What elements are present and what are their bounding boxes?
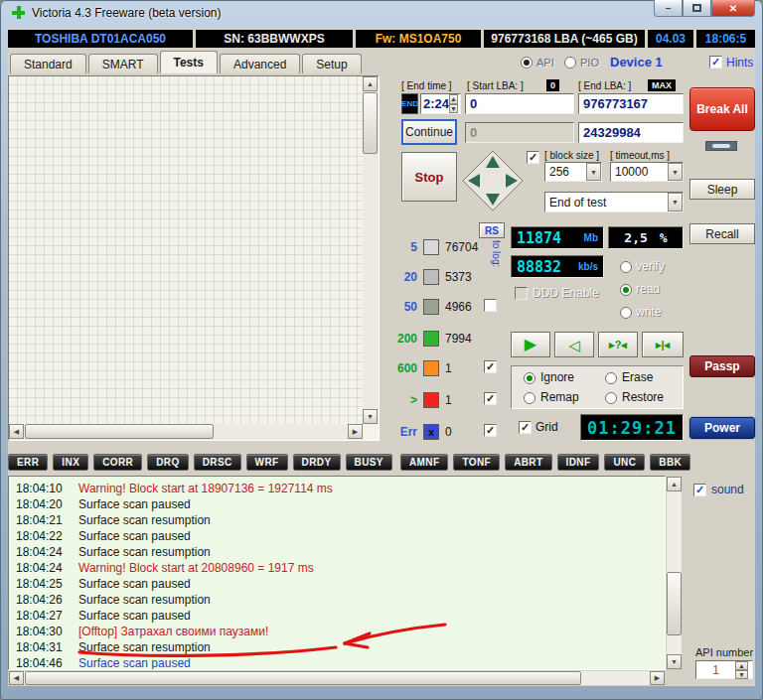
break-all-button[interactable]: Break All (689, 87, 755, 131)
minimize-button[interactable]: – (654, 0, 683, 17)
spin-buttons[interactable] (449, 94, 458, 113)
recall-button[interactable]: Recall (689, 223, 755, 244)
flag-corr: CORR (93, 454, 142, 471)
sound-checkbox[interactable] (693, 484, 706, 496)
bucket-label: 50 (395, 300, 417, 314)
minimize-icon: – (666, 3, 672, 14)
scroll-thumb[interactable] (667, 572, 682, 635)
timer-value: 01:29:21 (587, 418, 677, 438)
write-label: write (636, 305, 661, 319)
restore-radio[interactable] (605, 392, 617, 404)
scroll-left-button[interactable] (9, 671, 24, 685)
sleep-button[interactable]: Sleep (689, 179, 755, 200)
start-lba-input[interactable]: 0 (465, 93, 574, 114)
spin-buttons[interactable] (735, 661, 748, 678)
stop-button[interactable]: Stop (401, 152, 457, 202)
pad-checkbox[interactable] (527, 151, 539, 164)
block-size-select[interactable]: 256 (544, 162, 602, 182)
scan-horizontal-scrollbar[interactable] (9, 424, 363, 440)
power-button[interactable]: Power (689, 417, 755, 439)
to-log-checkbox-gt[interactable] (484, 392, 497, 405)
scroll-down-button[interactable] (667, 654, 682, 669)
bucket-label: 20 (395, 270, 417, 284)
scroll-thumb[interactable] (25, 424, 214, 439)
log-text: Warning! Block start at 18907136 = 19271… (78, 481, 333, 496)
log-horizontal-scrollbar[interactable] (8, 670, 666, 686)
hints-label: Hints (726, 56, 753, 70)
remap-radio[interactable] (524, 392, 535, 404)
restore-label: Restore (622, 390, 664, 404)
dropdown-arrow-icon[interactable] (586, 163, 601, 181)
continue-button[interactable]: Continue (401, 119, 457, 145)
seek-pad[interactable] (461, 149, 525, 212)
tab-smart[interactable]: SMART (88, 54, 158, 73)
scroll-right-button[interactable] (650, 671, 665, 685)
scroll-down-button[interactable] (363, 409, 378, 424)
maximize-button[interactable] (683, 0, 711, 17)
api-number-spinner[interactable]: 1 (695, 660, 753, 679)
scroll-up-button[interactable] (667, 477, 682, 491)
pio-radio[interactable] (564, 57, 576, 69)
jump-input[interactable]: 0 (465, 122, 574, 143)
bucket-count: 7994 (445, 332, 472, 346)
spin-up-icon[interactable] (735, 661, 748, 670)
ignore-radio[interactable] (524, 372, 535, 384)
tab-advanced[interactable]: Advanced (220, 54, 300, 73)
sound-label: sound (711, 483, 744, 496)
to-log-checkbox-50[interactable] (484, 299, 497, 312)
api-radio[interactable] (521, 57, 533, 69)
log-vertical-scrollbar[interactable] (666, 476, 683, 670)
tab-setup[interactable]: Setup (302, 54, 361, 73)
end-time-spinner[interactable]: 2:24 (420, 93, 461, 114)
mb-unit: Mb (584, 232, 598, 243)
spin-up-icon[interactable] (449, 94, 458, 104)
scroll-up-button[interactable] (363, 76, 378, 91)
dropdown-arrow-icon[interactable] (668, 163, 683, 181)
scroll-thumb[interactable] (363, 92, 378, 154)
write-radio[interactable] (620, 307, 632, 319)
end-action-select[interactable]: End of test (544, 192, 684, 212)
butterfly-seek-button[interactable]: ▸|◂ (642, 332, 684, 357)
bucket-row: 5 76704 (395, 238, 478, 255)
api-number-label: API number (695, 646, 753, 658)
scan-start-button[interactable]: ▶ (511, 332, 550, 357)
verify-radio[interactable] (620, 261, 632, 273)
log-line: 18:04:24Surface scan resumption (9, 544, 211, 560)
hints-checkbox[interactable] (709, 56, 722, 69)
bucket-swatch (423, 239, 439, 255)
to-log-checkbox-600[interactable] (484, 360, 497, 373)
dropdown-arrow-icon[interactable] (668, 193, 683, 211)
spin-down-icon[interactable] (449, 104, 458, 114)
end-lba-input[interactable]: 976773167 (578, 93, 684, 114)
scroll-left-button[interactable] (9, 424, 24, 439)
rs-button[interactable]: RS (479, 222, 505, 238)
log-text: Surface scan paused (78, 655, 191, 670)
to-log-checkbox-err[interactable] (484, 424, 497, 437)
erase-radio[interactable] (605, 372, 617, 384)
scroll-right-button[interactable] (348, 424, 363, 439)
timeout-select[interactable]: 10000 (610, 162, 684, 182)
close-button[interactable]: ✕ (711, 0, 755, 17)
current-lba-input[interactable]: 24329984 (578, 122, 684, 143)
read-radio[interactable] (620, 284, 632, 296)
log-text: Surface scan paused (78, 576, 191, 592)
victoria-window: Victoria 4.3 Freeware (beta version) – ✕… (0, 0, 763, 700)
random-seek-button[interactable]: ▸?◂ (598, 332, 638, 357)
grid-checkbox[interactable] (519, 421, 532, 434)
tab-tests[interactable]: Tests (160, 51, 218, 73)
ignore-label: Ignore (540, 370, 574, 384)
speed-value: 88832 (517, 258, 578, 276)
passp-button[interactable]: Passp (689, 355, 755, 377)
flag-err: ERR (8, 454, 48, 471)
end-action-value: End of test (549, 196, 606, 210)
start-lba-badge: 0 (546, 79, 559, 91)
scroll-thumb[interactable] (25, 671, 581, 685)
flag-wrf: WRF (246, 454, 288, 471)
ddd-checkbox[interactable] (515, 287, 528, 300)
scan-grid-surface (9, 76, 363, 424)
scan-vertical-scrollbar[interactable] (363, 76, 379, 424)
spin-down-icon[interactable] (735, 670, 748, 679)
erase-label: Erase (622, 370, 653, 384)
scan-back-button[interactable]: ◁ (554, 332, 594, 357)
tab-standard[interactable]: Standard (10, 54, 86, 73)
